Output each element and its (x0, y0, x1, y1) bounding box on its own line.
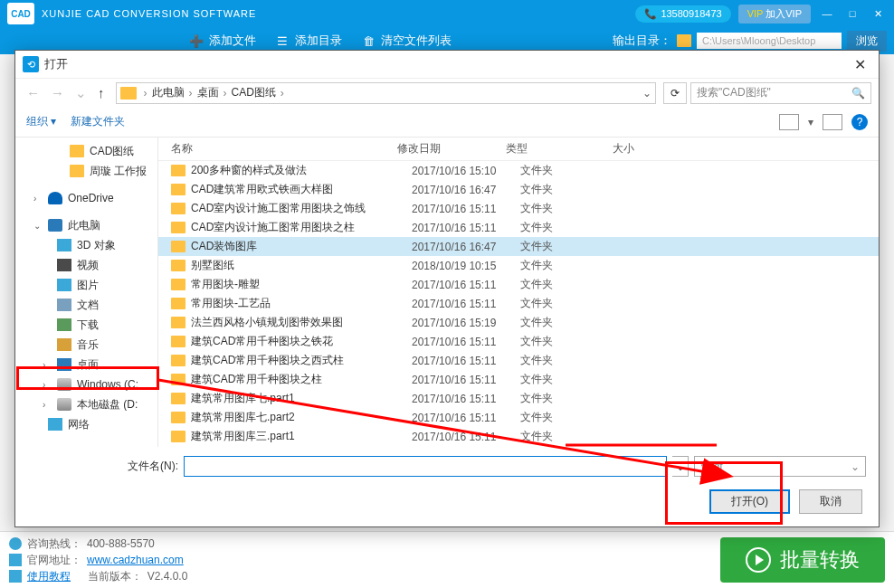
nav-forward-button[interactable]: → (47, 85, 68, 100)
sidebar-item[interactable]: CAD图纸 (15, 141, 157, 161)
browse-button[interactable]: 浏览 (847, 31, 887, 52)
nav-recent-button[interactable]: ⌄ (71, 85, 90, 101)
refresh-button[interactable]: ⟳ (663, 82, 687, 104)
file-list[interactable]: 200多种窗的样式及做法2017/10/16 15:10文件夹CAD建筑常用欧式… (158, 161, 879, 447)
filetype-dropdown[interactable]: *.pdf⌄ (694, 456, 866, 477)
crumb-desktop[interactable]: 桌面 (195, 85, 222, 100)
globe-icon (9, 554, 22, 566)
output-path-field[interactable]: C:\Users\Mloong\Desktop (697, 33, 842, 49)
open-button[interactable]: 打开(O) (709, 489, 790, 514)
sidebar-item[interactable]: ›本地磁盘 (D: (15, 394, 157, 414)
sidebar-item[interactable]: 视频 (15, 255, 157, 275)
folder-icon (171, 393, 185, 404)
sidebar-item[interactable]: ›OneDrive (15, 188, 157, 208)
sidebar-item[interactable]: ⌄此电脑 (15, 215, 157, 235)
file-row[interactable]: 建筑CAD常用千种图块之西式柱2017/10/16 15:11文件夹 (158, 351, 879, 370)
breadcrumb[interactable]: › 此电脑› 桌面› CAD图纸› ⌄ (116, 82, 657, 104)
dialog-titlebar: ⟲ 打开 ✕ (15, 51, 879, 78)
dialog-title: 打开 (44, 56, 68, 72)
dialog-bottom: 文件名(N): ⌄ *.pdf⌄ 打开(O) 取消 (15, 447, 879, 526)
col-type[interactable]: 类型 (506, 141, 613, 156)
crumb-pc[interactable]: 此电脑 (149, 85, 187, 100)
add-dir-button[interactable]: ☰添加目录 (274, 33, 342, 49)
folder-icon (171, 374, 185, 385)
maximize-button[interactable]: □ (843, 8, 861, 19)
file-row[interactable]: 建筑常用图库七.part22017/10/16 15:11文件夹 (158, 408, 879, 427)
sidebar-item[interactable]: 3D 对象 (15, 235, 157, 255)
folder-icon (171, 203, 185, 214)
file-row[interactable]: 常用图块-工艺品2017/10/16 15:11文件夹 (158, 294, 879, 313)
app-title: XUNJIE CAD CONVERSION SOFTWARE (42, 8, 635, 19)
dialog-nav: ← → ⌄ ↑ › 此电脑› 桌面› CAD图纸› ⌄ ⟳ 搜索"CAD图纸"🔍 (15, 78, 879, 107)
search-icon: 🔍 (851, 87, 865, 100)
new-folder-button[interactable]: 新建文件夹 (71, 114, 125, 129)
add-file-button[interactable]: ➕添加文件 (188, 33, 256, 49)
col-size[interactable]: 大小 (613, 141, 634, 156)
sidebar-item[interactable]: 文档 (15, 295, 157, 315)
folder-icon (171, 298, 185, 309)
file-row[interactable]: 别墅图纸2018/10/19 10:15文件夹 (158, 256, 879, 275)
folder-icon (171, 184, 185, 195)
folder-icon (171, 241, 185, 252)
version-value: V2.4.0.0 (147, 568, 188, 584)
folder-icon (171, 412, 185, 423)
sidebar-item[interactable]: 图片 (15, 275, 157, 295)
file-row[interactable]: CAD室内设计施工图常用图块之柱2017/10/16 15:11文件夹 (158, 218, 879, 237)
vip-button[interactable]: VIP 加入VIP (738, 5, 811, 24)
close-button[interactable]: ✕ (869, 8, 887, 20)
dialog-close-button[interactable]: ✕ (849, 56, 871, 73)
folder-icon (677, 34, 691, 47)
file-row[interactable]: 建筑常用图库三.part12017/10/16 15:11文件夹 (158, 427, 879, 446)
file-row[interactable]: CAD建筑常用欧式铁画大样图2017/10/16 16:47文件夹 (158, 180, 879, 199)
batch-convert-button[interactable]: 批量转换 (720, 537, 885, 583)
sidebar-item[interactable]: ›桌面 (15, 355, 157, 375)
file-row[interactable]: 法兰西风格小镇规划图带效果图2017/10/16 15:19文件夹 (158, 313, 879, 332)
clear-list-button[interactable]: 🗑清空文件列表 (360, 33, 452, 49)
folder-icon (171, 355, 185, 366)
nav-up-button[interactable]: ↑ (94, 85, 109, 100)
breadcrumb-dropdown[interactable]: ⌄ (642, 87, 651, 100)
sidebar-item[interactable]: 下载 (15, 315, 157, 335)
filename-input[interactable] (184, 456, 667, 477)
hotline-value: 400-888-5570 (87, 536, 155, 552)
search-input[interactable]: 搜索"CAD图纸"🔍 (690, 82, 871, 104)
file-row[interactable]: 建筑常用图库七.part12017/10/16 15:11文件夹 (158, 389, 879, 408)
dialog-toolbar: 组织 ▾ 新建文件夹 ▾ ? (15, 107, 879, 138)
output-label: 输出目录： (613, 33, 671, 49)
folder-tree[interactable]: CAD图纸周璇 工作报›OneDrive⌄此电脑3D 对象视频图片文档下载音乐›… (15, 138, 158, 447)
cancel-button[interactable]: 取消 (799, 489, 862, 514)
preview-pane-button[interactable] (823, 114, 842, 130)
folder-icon (120, 87, 137, 100)
dialog-icon: ⟲ (23, 56, 39, 72)
filename-dropdown[interactable]: ⌄ (672, 456, 689, 477)
sidebar-item[interactable]: 周璇 工作报 (15, 161, 157, 181)
tutorial-link[interactable]: 使用教程 (27, 568, 71, 584)
file-row[interactable]: CAD室内设计施工图常用图块之饰线2017/10/16 15:11文件夹 (158, 199, 879, 218)
sidebar-item[interactable]: 网络 (15, 414, 157, 434)
col-date[interactable]: 修改日期 (397, 141, 506, 156)
file-row[interactable]: 建筑CAD常用千种图块之铁花2017/10/16 15:11文件夹 (158, 332, 879, 351)
file-row[interactable]: 建筑CAD常用千种图块之柱2017/10/16 15:11文件夹 (158, 370, 879, 389)
file-row[interactable]: 200多种窗的样式及做法2017/10/16 15:10文件夹 (158, 161, 879, 180)
view-mode-button[interactable] (779, 114, 799, 130)
file-row[interactable]: 常用图块-雕塑2017/10/16 15:11文件夹 (158, 275, 879, 294)
phone-badge[interactable]: 📞 13580918473 (635, 5, 730, 23)
version-label: 当前版本： (88, 568, 142, 584)
organize-menu[interactable]: 组织 ▾ (26, 114, 56, 129)
site-link[interactable]: www.cadzhuan.com (87, 552, 184, 568)
help-button[interactable]: ? (851, 114, 868, 130)
folder-icon (171, 260, 185, 271)
col-name[interactable]: 名称 (171, 141, 397, 156)
file-list-header[interactable]: 名称 修改日期 类型 大小 (158, 138, 879, 161)
view-dropdown[interactable]: ▾ (808, 116, 813, 128)
play-icon (746, 547, 771, 573)
phone-icon (9, 537, 22, 550)
sidebar-item[interactable]: ›Windows (C: (15, 375, 157, 394)
crumb-folder[interactable]: CAD图纸 (229, 85, 279, 100)
file-row[interactable]: CAD装饰图库2017/10/16 16:47文件夹 (158, 237, 879, 256)
folder-icon (171, 317, 185, 328)
nav-back-button[interactable]: ← (23, 85, 43, 100)
hotline-label: 咨询热线： (27, 536, 81, 552)
sidebar-item[interactable]: 音乐 (15, 335, 157, 355)
minimize-button[interactable]: — (818, 8, 836, 19)
